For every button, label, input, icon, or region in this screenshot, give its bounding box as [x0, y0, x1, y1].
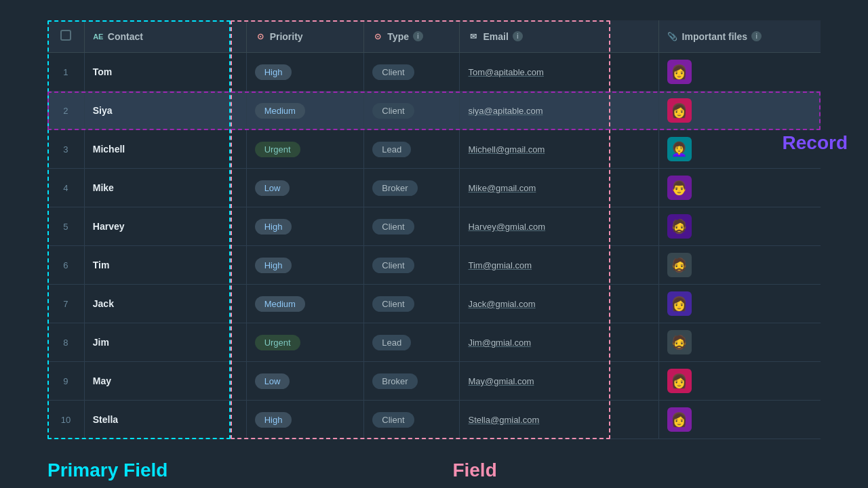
files-cell: 👩: [658, 285, 821, 323]
email-info-icon[interactable]: i: [513, 31, 523, 41]
priority-cell: Urgent: [246, 130, 364, 169]
row-number: 5: [47, 207, 84, 246]
files-header-label: Important files: [682, 31, 747, 42]
priority-cell: High: [246, 53, 364, 92]
row-number: 1: [47, 53, 84, 92]
contact-name: Michell: [93, 144, 125, 155]
table-row[interactable]: 4 Mike Low Broker Mike@gmail.com 👨: [47, 169, 821, 207]
table-wrapper: AE Contact ⊙ Priority ⊙ Type: [47, 20, 821, 439]
table-row[interactable]: 9 May Low Broker May@gmial.com 👩: [47, 362, 821, 401]
priority-badge: Low: [255, 180, 290, 196]
email-value: Michell@gmail.com: [468, 144, 545, 155]
type-cell: Client: [364, 92, 460, 130]
contact-name: Siya: [93, 105, 113, 116]
priority-header: ⊙ Priority: [246, 20, 364, 53]
avatar: 🧔: [667, 253, 692, 277]
email-value: Mike@gmail.com: [468, 183, 536, 193]
table-row[interactable]: 6 Tim High Client Tim@gmial.com 🧔: [47, 246, 821, 285]
priority-badge: High: [255, 258, 292, 273]
table-row[interactable]: 10 Stella High Client Stella@gmial.com 👩: [47, 401, 821, 439]
type-badge: Client: [372, 258, 414, 273]
email-cell: Michell@gmail.com: [460, 130, 658, 169]
email-value: May@gmial.com: [468, 376, 534, 386]
files-cell: 🧔: [658, 323, 821, 362]
avatar: 👩: [667, 369, 692, 393]
files-cell: 👩: [658, 53, 821, 92]
type-badge: Client: [372, 219, 414, 235]
type-badge: Client: [372, 64, 414, 80]
email-cell: Mike@gmail.com: [460, 169, 658, 207]
priority-badge: Medium: [255, 296, 305, 312]
email-cell: May@gmial.com: [460, 362, 658, 401]
avatar: 👩: [667, 98, 692, 123]
priority-badge: Low: [255, 373, 290, 389]
table-row[interactable]: 5 Harvey High Client Harvey@gmial.com 🧔: [47, 207, 821, 246]
email-value: Harvey@gmial.com: [468, 222, 545, 232]
row-number: 9: [47, 362, 84, 401]
primary-field-label: Primary Field: [47, 460, 167, 481]
avatar: 👨: [667, 176, 692, 200]
files-cell: 🧔: [658, 207, 821, 246]
type-badge: Broker: [372, 180, 417, 196]
priority-cell: High: [246, 401, 364, 439]
files-cell: 🧔: [658, 246, 821, 285]
table-row[interactable]: 8 Jim Urgent Lead Jim@gmial.com 🧔: [47, 323, 821, 362]
select-all-checkbox[interactable]: [60, 30, 71, 41]
contact-cell: Mike: [84, 169, 246, 207]
contact-cell: May: [84, 362, 246, 401]
priority-badge: High: [255, 412, 292, 428]
priority-badge: High: [255, 64, 292, 80]
table-row[interactable]: 3 Michell Urgent Lead Michell@gmail.com …: [47, 130, 821, 169]
row-number: 6: [47, 246, 84, 285]
type-cell: Broker: [364, 169, 460, 207]
avatar: 🧔: [667, 214, 692, 239]
email-cell: Tom@apitable.com: [460, 53, 658, 92]
priority-cell: Low: [246, 169, 364, 207]
type-cell: Broker: [364, 362, 460, 401]
type-cell: Client: [364, 53, 460, 92]
files-cell: 👩: [658, 401, 821, 439]
type-header-label: Type: [387, 31, 409, 42]
priority-cell: Low: [246, 362, 364, 401]
priority-cell: Urgent: [246, 323, 364, 362]
priority-badge: Urgent: [255, 142, 300, 157]
contact-cell: Tom: [84, 53, 246, 92]
type-cell: Client: [364, 285, 460, 323]
contact-cell: Michell: [84, 130, 246, 169]
avatar: 👩‍🦱: [667, 137, 692, 161]
type-badge: Client: [372, 103, 414, 119]
contact-name: Stella: [93, 414, 118, 425]
type-badge: Client: [372, 412, 414, 428]
type-cell: Client: [364, 207, 460, 246]
files-header: 📎 Important files i: [658, 20, 821, 53]
priority-cell: High: [246, 246, 364, 285]
table-row[interactable]: 2 Siya Medium Client siya@apitable.com 👩: [47, 92, 821, 130]
type-badge: Lead: [372, 142, 411, 157]
type-info-icon[interactable]: i: [413, 31, 423, 41]
contact-icon: AE: [93, 31, 104, 42]
row-number: 8: [47, 323, 84, 362]
checkbox-header: [47, 20, 84, 53]
contact-name: Mike: [93, 182, 114, 193]
avatar: 👩: [667, 291, 692, 316]
table-row[interactable]: 1 Tom High Client Tom@apitable.com 👩: [47, 53, 821, 92]
labels-row: Primary Field Field: [14, 446, 854, 481]
type-badge: Broker: [372, 373, 417, 389]
email-value: Tim@gmial.com: [468, 260, 532, 270]
priority-badge: Medium: [255, 103, 305, 119]
email-cell: Tim@gmial.com: [460, 246, 658, 285]
files-icon: 📎: [667, 31, 678, 42]
avatar: 👩: [667, 60, 692, 84]
type-icon: ⊙: [372, 31, 383, 42]
table-row[interactable]: 7 Jack Medium Client Jack@gmial.com 👩: [47, 285, 821, 323]
avatar: 👩: [667, 407, 692, 432]
row-number: 10: [47, 401, 84, 439]
email-value: Stella@gmial.com: [468, 415, 539, 425]
type-cell: Client: [364, 246, 460, 285]
contact-name: May: [93, 375, 111, 386]
files-info-icon[interactable]: i: [751, 31, 762, 41]
data-table: AE Contact ⊙ Priority ⊙ Type: [47, 20, 821, 439]
priority-icon: ⊙: [255, 31, 266, 42]
priority-cell: High: [246, 207, 364, 246]
contact-cell: Jim: [84, 323, 246, 362]
